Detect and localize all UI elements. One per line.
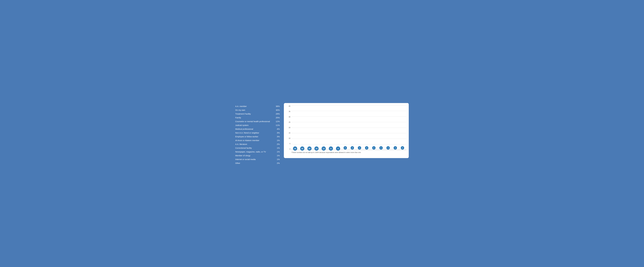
legend-label: Employee or fellow worker (235, 135, 274, 138)
bar-bubble: 1 (379, 146, 383, 150)
legend-row: Member of clergy1% (235, 154, 280, 157)
legend-pct: 3% (274, 135, 280, 138)
legend-label: Member of clergy (235, 154, 274, 157)
legend-pct: 2% (274, 143, 280, 145)
legend-label: Internet or social media (235, 158, 274, 160)
y-axis-label: 20 (289, 127, 290, 128)
bar-bubble: 11 (329, 146, 333, 151)
legend-pct: 3% (274, 132, 280, 134)
legend-label: Family (235, 117, 274, 119)
legend-label: Correctional facility (235, 147, 274, 149)
legend-pct: 38% (274, 105, 280, 107)
legend-label: Newspaper, magazine, radio, or TV (235, 151, 274, 153)
bar-bubble: 29 (307, 146, 312, 151)
legend-row: Employee or fellow worker3% (235, 135, 280, 138)
legend-pct: 4% (274, 128, 280, 130)
bar-bubble: 3 (344, 146, 347, 150)
bar-bubble: 1 (394, 146, 397, 150)
legend-row: Medical professional4% (235, 127, 280, 131)
legend-row: On my own30% (235, 108, 280, 112)
card: A.A. member38%On my own30%Treatment Faci… (230, 99, 414, 168)
y-axis-label: 10 (289, 138, 290, 139)
legend-pct: 25% (274, 117, 280, 119)
legend-row: Non-A.A. friend or neighbor3% (235, 131, 280, 135)
legend-label: Judicial system (235, 124, 274, 126)
legend-label: Medical professional (235, 128, 274, 130)
bar-bubble: 12 (322, 146, 326, 151)
bars-row: 3830292512114331211112 (291, 105, 406, 150)
chart-footer: *These numbers do not add up to 100% bec… (286, 152, 406, 153)
y-axis: 4035302520151050 (286, 105, 291, 150)
legend-pct: 1% (274, 147, 280, 149)
legend-row: Treatment Facility29% (235, 112, 280, 116)
legend-label: Treatment Facility (235, 113, 274, 115)
bar-bubble: 1 (386, 146, 390, 150)
legend-pct: 11% (274, 124, 280, 126)
legend-label: Other (235, 162, 274, 164)
legend-label: A.A. member (235, 105, 274, 107)
legend-label: Counselor or mental health professional (235, 120, 274, 123)
legend-row: Newspaper, magazine, radio, or TV1% (235, 150, 280, 154)
grid-and-bars: 3830292512114331211112 (291, 105, 406, 150)
bar-bubble: 38 (293, 146, 297, 151)
bar-bubble: 2 (365, 146, 368, 150)
bar-bubble: 3 (350, 146, 354, 150)
legend-row: Judicial system11% (235, 123, 280, 127)
legend-label: A.A. literature (235, 143, 274, 145)
legend-row: Al-Anon or Alateen member1% (235, 138, 280, 142)
legend: A.A. member38%On my own30%Treatment Faci… (235, 103, 280, 165)
legend-label: On my own (235, 109, 274, 111)
legend-row: Internet or social media1% (235, 157, 280, 161)
bar-bubble: 1 (358, 146, 361, 150)
y-axis-label: 0 (290, 148, 290, 150)
legend-row: A.A. member38% (235, 104, 280, 108)
y-axis-label: 25 (289, 121, 290, 123)
legend-row: A.A. literature2% (235, 142, 280, 146)
chart-inner: 4035302520151050 3830292512114331211112 (286, 105, 406, 150)
legend-pct: 2% (274, 162, 280, 164)
y-axis-label: 35 (289, 111, 290, 112)
legend-row: Family25% (235, 116, 280, 120)
legend-pct: 29% (274, 113, 280, 115)
y-axis-label: 40 (289, 105, 290, 107)
y-axis-label: 5 (290, 143, 290, 144)
legend-pct: 30% (274, 109, 280, 111)
legend-pct: 1% (274, 151, 280, 153)
bar-bubble: 25 (314, 146, 318, 151)
bar-bubble: 30 (300, 146, 304, 151)
legend-label: Non-A.A. friend or neighbor (235, 132, 274, 134)
y-axis-label: 15 (289, 132, 290, 134)
legend-label: Al-Anon or Alateen member (235, 139, 274, 141)
legend-pct: 1% (274, 154, 280, 157)
bar-bubble: 1 (372, 146, 376, 150)
chart-area: 4035302520151050 3830292512114331211112 … (284, 103, 409, 158)
legend-row: Counselor or mental health professional1… (235, 120, 280, 123)
y-axis-label: 30 (289, 116, 290, 118)
bar-bubble: 4 (336, 146, 340, 151)
legend-pct: 1% (274, 139, 280, 141)
bar-bubble: 2 (401, 146, 404, 150)
legend-pct: 12% (274, 120, 280, 123)
legend-row: Correctional facility1% (235, 146, 280, 150)
legend-pct: 1% (274, 158, 280, 160)
legend-row: Other2% (235, 161, 280, 165)
